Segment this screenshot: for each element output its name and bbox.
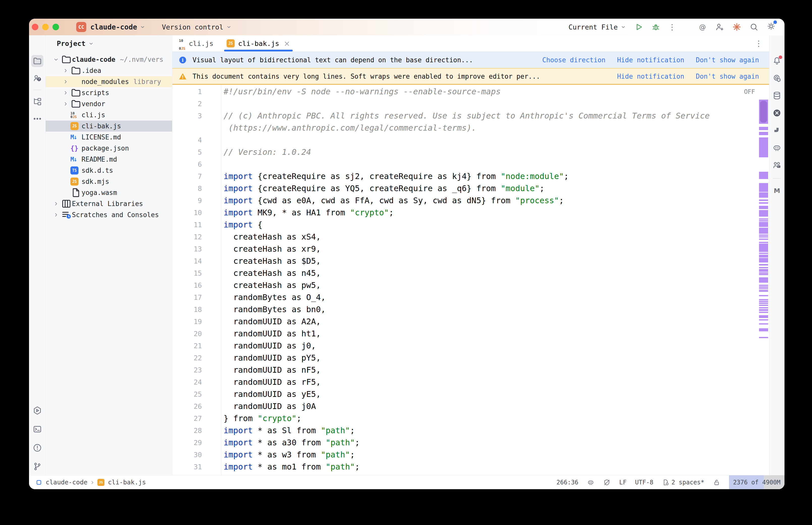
code-line[interactable]: 26 randomUUID as j0A xyxy=(172,400,769,412)
tree-item-cli-bak-js[interactable]: JScli-bak.js xyxy=(46,121,172,132)
encoding-widget[interactable]: UTF-8 xyxy=(635,479,653,486)
run-icon[interactable] xyxy=(634,22,644,32)
banner-link-hide-notification[interactable]: Hide notification xyxy=(617,73,684,80)
code-line[interactable]: 3// (c) Anthropic PBC. All rights reserv… xyxy=(172,110,769,122)
line-number[interactable]: 21 xyxy=(172,342,202,350)
code-line[interactable]: 23 randomUUID as nF5, xyxy=(172,364,769,376)
error-stripe-scrollbar[interactable] xyxy=(759,85,768,475)
x-plugin-button[interactable] xyxy=(772,108,782,119)
tree-item-claude-code[interactable]: claude-code~/.nvm/vers xyxy=(46,54,172,65)
problems-tool-button[interactable] xyxy=(31,442,43,454)
line-number[interactable]: 12 xyxy=(172,233,202,241)
code-line[interactable]: 11import { xyxy=(172,219,769,231)
tab-cli-bak-js[interactable]: JScli-bak.js× xyxy=(220,35,297,51)
chevron-down-icon[interactable] xyxy=(51,56,61,63)
chevron-right-icon[interactable] xyxy=(51,200,61,207)
notifications-button[interactable] xyxy=(772,56,782,66)
code-editor[interactable]: 1#!/usr/bin/env -S node --no-warnings --… xyxy=(172,85,769,475)
tree-item-readme-md[interactable]: M↓README.md xyxy=(46,154,172,165)
code-line[interactable]: 6 xyxy=(172,158,769,170)
breadcrumb-project[interactable]: claude-code xyxy=(46,479,88,486)
code-line[interactable]: 28import * as Sl from "path"; xyxy=(172,424,769,436)
structure-tool-button[interactable] xyxy=(31,95,43,108)
tab-options-icon[interactable]: ⋮ xyxy=(755,39,769,48)
project-tool-button[interactable] xyxy=(31,55,43,67)
code-line[interactable]: 18 randomBytes as bn0, xyxy=(172,303,769,315)
line-number[interactable]: 9 xyxy=(172,197,202,205)
chevron-right-icon[interactable] xyxy=(61,90,70,96)
services-tool-button[interactable] xyxy=(31,404,43,417)
line-number[interactable]: 4 xyxy=(172,136,202,144)
tree-item-sdk-d-ts[interactable]: TSsdk.d.ts xyxy=(46,165,172,176)
code-line[interactable]: 20 randomUUID as ht1, xyxy=(172,328,769,340)
line-number[interactable]: 22 xyxy=(172,354,202,362)
line-number[interactable]: 15 xyxy=(172,269,202,277)
more-tool-windows-button[interactable] xyxy=(31,113,43,125)
more-actions-icon[interactable]: ⋮ xyxy=(668,22,676,31)
chevron-right-icon[interactable] xyxy=(51,212,61,218)
plugin-button[interactable] xyxy=(772,125,782,136)
code-line[interactable]: 19 randomUUID as A2A, xyxy=(172,315,769,328)
code-line[interactable]: 7import {createRequire as sj2, createReq… xyxy=(172,170,769,182)
line-number[interactable]: 17 xyxy=(172,294,202,301)
line-number[interactable]: 18 xyxy=(172,305,202,313)
help-people-button[interactable]: ? xyxy=(31,72,43,84)
project-menu[interactable]: claude-code xyxy=(90,23,146,31)
close-window-button[interactable] xyxy=(32,24,38,30)
line-number[interactable]: 3 xyxy=(172,112,202,120)
code-with-me-button[interactable] xyxy=(772,160,782,171)
line-number[interactable]: 7 xyxy=(172,172,202,180)
code-line[interactable]: 2 xyxy=(172,97,769,110)
close-tab-icon[interactable]: × xyxy=(284,39,290,48)
tree-item-scripts[interactable]: scripts xyxy=(46,87,172,98)
line-number[interactable]: 31 xyxy=(172,463,202,471)
line-number[interactable]: 19 xyxy=(172,318,202,326)
line-number[interactable]: 6 xyxy=(172,160,202,168)
line-number[interactable]: 11 xyxy=(172,221,202,229)
code-line[interactable]: 16 createHash as pw5, xyxy=(172,279,769,291)
copilot-status-icon[interactable] xyxy=(587,479,594,486)
search-everywhere-icon[interactable] xyxy=(749,22,759,32)
zoom-window-button[interactable] xyxy=(53,24,59,30)
banner-link-choose-direction[interactable]: Choose direction xyxy=(542,56,605,64)
line-number[interactable]: 14 xyxy=(172,257,202,265)
chevron-right-icon[interactable] xyxy=(61,101,70,107)
line-number[interactable]: 13 xyxy=(172,245,202,253)
database-button[interactable] xyxy=(772,91,782,101)
code-line[interactable]: 8import {createRequire as YQ5, createReq… xyxy=(172,182,769,194)
copilot-button[interactable] xyxy=(772,143,782,153)
run-configuration-selector[interactable]: Current File xyxy=(569,23,626,31)
code-line[interactable]: 27} from "crypto"; xyxy=(172,412,769,424)
code-line[interactable]: (https://www.anthropic.com/legal/commerc… xyxy=(172,122,769,134)
code-line[interactable]: 29import * as a30 from "path"; xyxy=(172,436,769,449)
code-line[interactable]: 21 randomUUID as j0, xyxy=(172,340,769,352)
ai-assistant-button[interactable] xyxy=(772,73,782,84)
code-line[interactable]: 1#!/usr/bin/env -S node --no-warnings --… xyxy=(172,86,769,97)
unlock-icon[interactable] xyxy=(713,479,720,486)
project-panel-header[interactable]: Project xyxy=(46,35,172,52)
tree-item-sdk-mjs[interactable]: JSsdk.mjs xyxy=(46,176,172,187)
code-line[interactable]: 10import MK9, * as HA1 from "crypto"; xyxy=(172,207,769,219)
line-number[interactable]: 25 xyxy=(172,390,202,398)
code-line[interactable]: 30import * as w3 from "path"; xyxy=(172,449,769,461)
line-number[interactable]: 2 xyxy=(172,100,202,108)
tree-item-external-libraries[interactable]: External Libraries xyxy=(46,198,172,209)
line-number[interactable]: 5 xyxy=(172,148,202,156)
vcs-menu[interactable]: Version control xyxy=(162,23,232,31)
code-line[interactable]: 24 randomUUID as rF5, xyxy=(172,376,769,388)
line-number[interactable]: 28 xyxy=(172,427,202,434)
code-line[interactable]: 14 createHash as $D5, xyxy=(172,255,769,267)
tree-item-license-md[interactable]: M↓LICENSE.md xyxy=(46,132,172,143)
tree-item-yoga-wasm[interactable]: yoga.wasm xyxy=(46,187,172,198)
settings-icon[interactable] xyxy=(766,21,776,32)
minimize-window-button[interactable] xyxy=(42,24,49,30)
tree-item-scratches-and-consoles[interactable]: Scratches and Consoles xyxy=(46,209,172,220)
tree-item--idea[interactable]: .idea xyxy=(46,65,172,76)
code-line[interactable]: 13 createHash as xr9, xyxy=(172,243,769,255)
line-number[interactable]: 1 xyxy=(172,88,202,95)
line-ending-widget[interactable]: LF xyxy=(619,479,626,486)
code-line[interactable]: 22 randomUUID as pY5, xyxy=(172,352,769,364)
line-number[interactable]: 23 xyxy=(172,366,202,374)
code-line[interactable]: 31import * as mo1 from "path"; xyxy=(172,461,769,473)
chevron-right-icon[interactable] xyxy=(61,78,70,85)
